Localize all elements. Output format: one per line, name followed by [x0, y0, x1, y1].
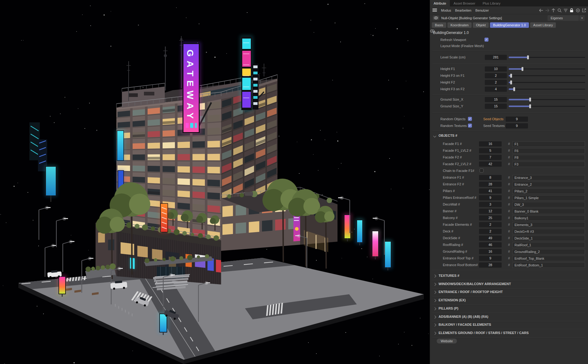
slider-handle[interactable]: [510, 74, 512, 78]
slider-value-field[interactable]: 4: [485, 87, 507, 92]
slider-track[interactable]: [509, 82, 585, 83]
slider-handle[interactable]: [527, 55, 529, 59]
object-name-field[interactable]: DeckSide_1: [512, 236, 585, 241]
object-count-field[interactable]: 7: [479, 155, 502, 160]
object-count-field[interactable]: 2: [479, 229, 502, 234]
collapsed-chevron-icon[interactable]: [433, 299, 436, 302]
section-header-elements-ground-roof-stairs-street-cars[interactable]: ELEMENTS GROUND / ROOF / STAIRS / STREET…: [439, 331, 529, 335]
object-count-field[interactable]: 12: [479, 209, 502, 214]
object-name-field[interactable]: Balkony1: [512, 215, 585, 221]
object-name-field[interactable]: Pillars_1 Simple: [512, 195, 585, 201]
object-name-field[interactable]: RailRoof_1: [512, 242, 585, 248]
up-arrow-icon[interactable]: [551, 8, 556, 13]
slider-value-field[interactable]: 15: [485, 97, 507, 102]
random-checkbox[interactable]: ✓: [468, 124, 472, 128]
slider-track[interactable]: [509, 99, 585, 100]
random-checkbox[interactable]: ✓: [468, 117, 472, 121]
menu-modus[interactable]: Modus: [441, 9, 451, 12]
objects-section-header[interactable]: OBJECTS #: [439, 134, 457, 137]
tab-button-koordinaten[interactable]: Koordinaten: [447, 22, 472, 28]
slider-track[interactable]: [509, 57, 585, 58]
object-name-field[interactable]: Elements_3: [512, 222, 585, 228]
slider-handle[interactable]: [510, 80, 512, 84]
object-count-field[interactable]: 9: [479, 256, 502, 261]
tab-asset-browser[interactable]: Asset Browser: [450, 0, 479, 6]
search-icon[interactable]: [557, 8, 562, 13]
object-name-field[interactable]: EntRoof_Bottom_1: [512, 262, 585, 268]
object-count-field[interactable]: 8: [479, 175, 502, 180]
lock-icon[interactable]: [569, 8, 574, 13]
tab-button-objekt[interactable]: Objekt: [473, 22, 489, 28]
collapsed-chevron-icon[interactable]: [433, 315, 436, 318]
object-name-field[interactable]: F8: [512, 155, 585, 160]
object-name-field[interactable]: DeckG+R #3: [512, 229, 585, 234]
object-count-field[interactable]: 9: [479, 195, 502, 200]
collapsed-chevron-icon[interactable]: [433, 324, 436, 327]
forward-arrow-icon[interactable]: [545, 8, 549, 13]
object-name-field[interactable]: EntRoof_Top_Blank: [512, 256, 585, 261]
slider-track[interactable]: [509, 69, 585, 69]
pop-out-icon[interactable]: [582, 8, 586, 13]
slider-handle[interactable]: [522, 67, 523, 71]
slider-value-field[interactable]: 2: [485, 80, 507, 85]
section-header-balkony-facade-elements[interactable]: BALKONY / FACADE ELEMENTS: [439, 323, 491, 326]
object-name-field[interactable]: Entrance_2: [512, 182, 585, 187]
collapsed-chevron-icon[interactable]: [433, 332, 436, 335]
slider-handle[interactable]: [513, 87, 515, 91]
tab-plus-library[interactable]: Plus Library: [479, 0, 504, 6]
section-header-textures[interactable]: TEXTURES #: [439, 274, 459, 277]
object-count-field[interactable]: 49: [479, 236, 502, 241]
viewport-3d[interactable]: SETSGATEWAY: [0, 0, 430, 364]
tab-button-buildinggenerator-1-0[interactable]: BuildingGenerator 1.0: [490, 22, 529, 28]
slider-value-field[interactable]: 15: [485, 104, 507, 109]
seed-value-field[interactable]: 9: [506, 117, 528, 122]
slider-value-field[interactable]: 10: [485, 66, 507, 72]
visibility-eye-icon[interactable]: [433, 16, 439, 20]
menu-benutzer[interactable]: Benutzer: [475, 9, 489, 12]
menu-bearbeiten[interactable]: Bearbeiten: [455, 9, 471, 12]
tab-button-basis[interactable]: Basis: [432, 22, 446, 28]
refresh-viewport-checkbox[interactable]: ✓: [484, 38, 488, 42]
section-header-extension-ex[interactable]: EXTENSION (EX): [439, 298, 466, 302]
section-header-windows-deck-balcony-arrangement[interactable]: WINDOWS/DECK/BALCONY ARRANGEMENT: [439, 282, 511, 286]
slider-value-field[interactable]: 2: [485, 73, 507, 78]
slider-value-field[interactable]: 281: [485, 55, 507, 60]
object-name-field[interactable]: Pillars_2: [512, 188, 585, 194]
hamburger-menu-icon[interactable]: [432, 9, 437, 12]
tab-button-asset-library[interactable]: Asset Library: [530, 22, 556, 28]
slider-track[interactable]: [509, 75, 585, 76]
object-count-field[interactable]: 28: [479, 182, 502, 187]
seed-value-field[interactable]: 9: [506, 123, 528, 128]
object-count-field[interactable]: 16: [479, 141, 502, 147]
website-button[interactable]: Website: [437, 339, 457, 344]
back-arrow-icon[interactable]: [539, 8, 543, 13]
collapsed-chevron-icon[interactable]: [433, 291, 436, 294]
object-count-field[interactable]: 28: [479, 262, 502, 268]
slider-track[interactable]: [509, 106, 585, 107]
object-name-field[interactable]: F6: [512, 148, 585, 154]
object-name-field[interactable]: F3: [512, 162, 585, 167]
slider-handle[interactable]: [529, 98, 531, 102]
collapsed-chevron-icon[interactable]: [433, 283, 436, 286]
object-name-field[interactable]: DW_3: [512, 202, 585, 207]
object-count-field[interactable]: 46: [479, 242, 502, 247]
object-count-field[interactable]: 3: [479, 202, 502, 207]
section-header-pillars-p[interactable]: PILLARS (P): [439, 306, 458, 310]
tab-attribute[interactable]: Attribute: [430, 0, 450, 6]
slider-handle[interactable]: [529, 104, 531, 108]
slider-track[interactable]: [509, 89, 585, 90]
object-name-field[interactable]: GroundRailing_2: [512, 249, 585, 254]
preset-dropdown-arrow-icon[interactable]: ▾: [579, 15, 585, 21]
object-name-field[interactable]: Banner_0 Blank: [512, 209, 585, 214]
object-name-field[interactable]: Entrance_3: [512, 175, 585, 180]
preset-dropdown[interactable]: Eigenes: [548, 15, 579, 21]
section-header-entrance-roof-rooftop-height[interactable]: ENTRANCE / ROOF / ROOFTOP HEIGHT: [439, 290, 503, 294]
collapsed-chevron-icon[interactable]: [433, 275, 436, 278]
object-name-field[interactable]: F1: [512, 141, 585, 147]
section-header-ads-banner-a-b-ab-ra[interactable]: ADS/BANNER (A) (B) (AB) (RA): [439, 315, 488, 318]
chain-to-facade-checkbox[interactable]: [480, 169, 484, 173]
object-count-field[interactable]: 2: [479, 222, 502, 227]
object-count-field[interactable]: 5: [479, 148, 502, 153]
filter-icon[interactable]: [563, 8, 568, 13]
record-target-icon[interactable]: [575, 8, 580, 13]
